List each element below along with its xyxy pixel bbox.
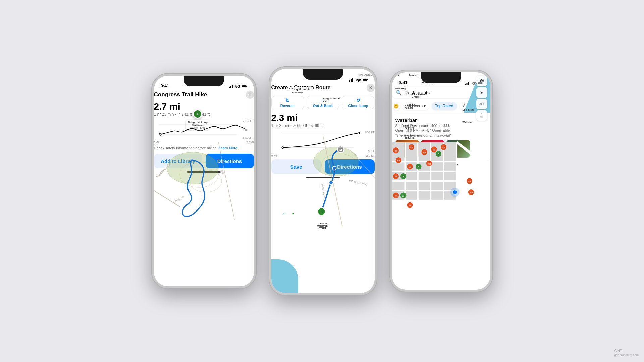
svg-rect-18 xyxy=(349,80,350,82)
signal-icon-2 xyxy=(349,78,355,82)
trail-svg: GENERALS HWY WOLVERTON RD FOREST DR xyxy=(154,76,254,286)
power-button-2 xyxy=(376,116,377,143)
svg-text:🍽: 🍽 xyxy=(442,146,445,149)
ozumo-label: Ozumo xyxy=(443,74,451,76)
wifi-icon-3 xyxy=(472,81,477,85)
svg-text:3: 3 xyxy=(417,166,419,169)
status-bar-2: 9:41 xyxy=(271,69,375,84)
svg-rect-72 xyxy=(431,162,443,171)
svg-line-10 xyxy=(218,142,234,220)
battery-icon-2 xyxy=(363,78,368,82)
svg-text:🍽: 🍽 xyxy=(408,166,411,169)
watermark-url: generation-nt.com xyxy=(614,353,639,357)
svg-line-63 xyxy=(457,142,490,168)
status-time-1: 9:41 xyxy=(161,83,169,88)
svg-rect-73 xyxy=(444,162,456,171)
battery-icon-1 xyxy=(242,84,247,88)
svg-rect-5 xyxy=(242,86,246,87)
svg-point-90 xyxy=(450,188,459,197)
svg-text:🍽: 🍽 xyxy=(394,175,397,178)
elev-low-2: 0 FT xyxy=(365,149,375,153)
status-bar-1: 9:41 5G xyxy=(154,76,254,90)
svg-rect-24 xyxy=(363,79,366,80)
svg-text:2: 2 xyxy=(437,153,439,156)
svg-rect-4 xyxy=(247,86,247,87)
svg-text:🍽: 🍽 xyxy=(394,194,397,197)
svg-point-44 xyxy=(358,132,360,134)
power-button-3 xyxy=(492,119,492,146)
svg-point-31 xyxy=(329,181,333,185)
svg-text:🍽: 🍽 xyxy=(428,162,430,165)
status-time-3: 9:41 xyxy=(399,80,408,85)
svg-text:🍽: 🍽 xyxy=(397,159,400,162)
svg-text:2: 2 xyxy=(402,175,404,178)
svg-rect-68 xyxy=(444,142,456,161)
svg-text:2: 2 xyxy=(402,194,404,197)
watermark: GNT generation-nt.com xyxy=(614,349,639,357)
3d-btn[interactable]: 3D xyxy=(476,99,487,109)
svg-rect-79 xyxy=(392,182,405,190)
phone-3-restaurants: 9:41 xyxy=(390,70,492,292)
svg-rect-82 xyxy=(431,182,443,190)
elevation-chart-1: 7,100FT 6,800FT xyxy=(154,119,254,139)
yank-label: Yank Sing xyxy=(395,87,406,90)
elev-high: 7,100FT xyxy=(243,119,254,123)
svg-rect-86 xyxy=(418,191,430,200)
svg-rect-19 xyxy=(351,79,352,82)
perrys-label: Perry's+1more xyxy=(432,77,441,81)
svg-text:🍽: 🍽 xyxy=(423,151,426,154)
battery-icon-3 xyxy=(478,81,484,85)
elevation-chart-2: 600 FT 0 FT xyxy=(271,131,375,153)
epic-steak-label: Epic Steak xyxy=(463,109,474,111)
location-btn[interactable]: ➤ xyxy=(476,87,487,98)
status-bar-3: 9:41 xyxy=(392,72,490,87)
svg-rect-78 xyxy=(444,172,456,180)
svg-point-43 xyxy=(282,147,284,149)
svg-rect-2 xyxy=(232,85,233,88)
svg-rect-20 xyxy=(352,78,353,82)
svg-rect-76 xyxy=(418,172,430,180)
scene: 9:41 5G xyxy=(152,67,492,295)
svg-rect-0 xyxy=(229,87,230,88)
svg-point-48 xyxy=(474,85,475,85)
status-icons-1: 5G xyxy=(229,84,247,88)
elevation-labels-2: 600 FT 0 FT xyxy=(365,131,375,153)
phone-1-hiking: 9:41 5G xyxy=(152,74,256,288)
wifi-icon-2 xyxy=(356,78,361,82)
svg-rect-69 xyxy=(392,162,405,171)
svg-text:🍽: 🍽 xyxy=(394,149,397,153)
status-icons-3 xyxy=(465,81,484,85)
ring-mountain-end: Ring MountainEND xyxy=(321,96,343,104)
svg-rect-46 xyxy=(466,83,467,85)
svg-rect-77 xyxy=(431,172,443,180)
svg-rect-50 xyxy=(483,83,483,84)
banh-label: Banh Mi King+1more xyxy=(405,104,420,109)
svg-rect-75 xyxy=(406,172,417,180)
svg-text:●: ● xyxy=(292,212,294,215)
svg-text:+: + xyxy=(320,210,322,214)
svg-point-6 xyxy=(167,152,218,184)
svg-rect-85 xyxy=(406,191,417,200)
gozu-label: GOZU xyxy=(424,75,431,77)
svg-text:🍽: 🍽 xyxy=(433,148,435,152)
elevation-labels: 7,100FT 6,800FT xyxy=(243,119,254,139)
power-button xyxy=(255,123,256,149)
status-time-2: 9:41 xyxy=(278,77,287,82)
elev-low: 6,800FT xyxy=(243,136,254,139)
red-rooster-label: Red RoosterTaqueria xyxy=(405,134,419,139)
svg-rect-81 xyxy=(418,182,430,190)
svg-rect-87 xyxy=(431,191,443,200)
compass-btn[interactable]: ↑N xyxy=(476,110,487,121)
pita-label: Pita Gyros+2 more xyxy=(405,124,417,129)
waterbar-label: Waterbar xyxy=(463,121,473,123)
svg-rect-80 xyxy=(406,182,417,190)
start-label: TiburonWaterfrontSTART xyxy=(315,221,330,230)
nick-label: Nick the Greek+2 more xyxy=(411,93,427,98)
status-icons-2 xyxy=(349,78,368,82)
svg-text:PARADISE DRIVE: PARADISE DRIVE xyxy=(348,179,367,186)
preserve-label: Ring MountainPreserve xyxy=(290,87,313,95)
svg-rect-23 xyxy=(367,79,368,80)
signal-icon-3 xyxy=(465,81,470,85)
network-type-1: 5G xyxy=(235,84,240,88)
svg-point-32 xyxy=(332,166,336,170)
